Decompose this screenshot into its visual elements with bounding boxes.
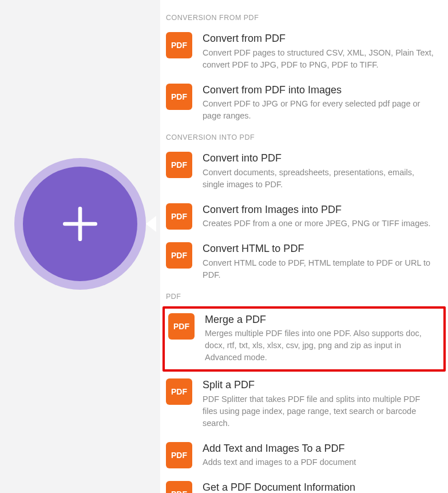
action-item-title: Convert from PDF: [203, 32, 437, 45]
pdf-icon: PDF: [166, 152, 192, 178]
action-item-body: Add Text and Images To a PDFAdds text an…: [203, 442, 442, 469]
action-item-body: Get a PDF Document InformationGets PDF d…: [203, 481, 442, 493]
action-item-get-a-pdf-document-information[interactable]: PDFGet a PDF Document InformationGets PD…: [160, 476, 448, 493]
pdf-icon: PDF: [166, 84, 192, 110]
pdf-icon: PDF: [166, 242, 192, 269]
pdf-icon: PDF: [166, 32, 192, 58]
action-item-convert-html-to-pdf[interactable]: PDFConvert HTML to PDFConvert HTML code …: [160, 238, 448, 289]
action-item-description: Adds text and images to a PDF document: [203, 456, 437, 468]
action-item-convert-from-pdf-into-images[interactable]: PDFConvert from PDF into ImagesConvert P…: [160, 79, 448, 131]
action-item-body: Convert from Images into PDFCreates PDF …: [203, 203, 442, 230]
action-item-body: Convert into PDFConvert documents, sprea…: [203, 152, 442, 191]
action-item-description: Creates PDF from a one or more JPEG, PNG…: [203, 218, 437, 230]
section-header-conversion-into-pdf: CONVERSION INTO PDF: [160, 130, 448, 147]
action-item-body: Convert from PDF into ImagesConvert PDF …: [203, 84, 442, 123]
pdf-icon: PDF: [166, 378, 192, 405]
action-item-body: Merge a PDFMerges multiple PDF files int…: [205, 313, 440, 364]
section-header-conversion-from-pdf: CONVERSION FROM PDF: [160, 10, 448, 27]
action-item-body: Convert HTML to PDFConvert HTML code to …: [203, 242, 442, 281]
action-item-description: Convert HTML code to PDF, HTML template …: [203, 257, 437, 281]
action-item-convert-from-images-into-pdf[interactable]: PDFConvert from Images into PDFCreates P…: [160, 199, 448, 238]
action-item-title: Get a PDF Document Information: [203, 481, 437, 493]
action-item-title: Merge a PDF: [205, 313, 434, 326]
action-item-convert-into-pdf[interactable]: PDFConvert into PDFConvert documents, sp…: [160, 147, 448, 199]
add-action-button[interactable]: [23, 167, 137, 281]
highlight-box: PDFMerge a PDFMerges multiple PDF files …: [162, 306, 446, 372]
action-item-title: Convert HTML to PDF: [203, 242, 437, 255]
action-list-panel: CONVERSION FROM PDFPDFConvert from PDFCo…: [160, 0, 448, 493]
action-item-split-a-pdf[interactable]: PDFSplit a PDFPDF Splitter that takes PD…: [160, 374, 448, 437]
popover-arrow: [146, 216, 156, 232]
add-button-glow: [14, 158, 146, 290]
action-item-merge-a-pdf[interactable]: PDFMerge a PDFMerges multiple PDF files …: [168, 312, 440, 364]
pdf-icon: PDF: [166, 442, 192, 468]
action-item-title: Convert from Images into PDF: [203, 203, 437, 216]
action-item-add-text-and-images-to-a-pdf[interactable]: PDFAdd Text and Images To a PDFAdds text…: [160, 437, 448, 477]
action-item-title: Convert from PDF into Images: [203, 84, 437, 97]
action-item-title: Split a PDF: [203, 378, 437, 392]
action-item-description: Merges multiple PDF files into one PDF. …: [205, 328, 434, 364]
action-item-description: Convert PDF pages to structured CSV, XML…: [203, 47, 437, 71]
action-item-title: Add Text and Images To a PDF: [203, 442, 437, 455]
action-item-title: Convert into PDF: [203, 152, 437, 165]
action-item-convert-from-pdf[interactable]: PDFConvert from PDFConvert PDF pages to …: [160, 27, 448, 79]
action-item-body: Split a PDFPDF Splitter that takes PDF f…: [203, 378, 442, 429]
section-header-pdf: PDF: [160, 289, 448, 306]
pdf-icon: PDF: [168, 313, 195, 340]
action-item-description: Convert documents, spreadsheets, present…: [203, 167, 437, 191]
pdf-icon: PDF: [166, 481, 192, 493]
action-item-body: Convert from PDFConvert PDF pages to str…: [203, 32, 442, 71]
pdf-icon: PDF: [166, 203, 192, 230]
action-item-description: Convert PDF to JPG or PNG for every sele…: [203, 98, 437, 122]
action-item-description: PDF Splitter that takes PDF file and spl…: [203, 393, 437, 429]
left-panel: [0, 0, 160, 493]
plus-icon: [57, 201, 103, 247]
